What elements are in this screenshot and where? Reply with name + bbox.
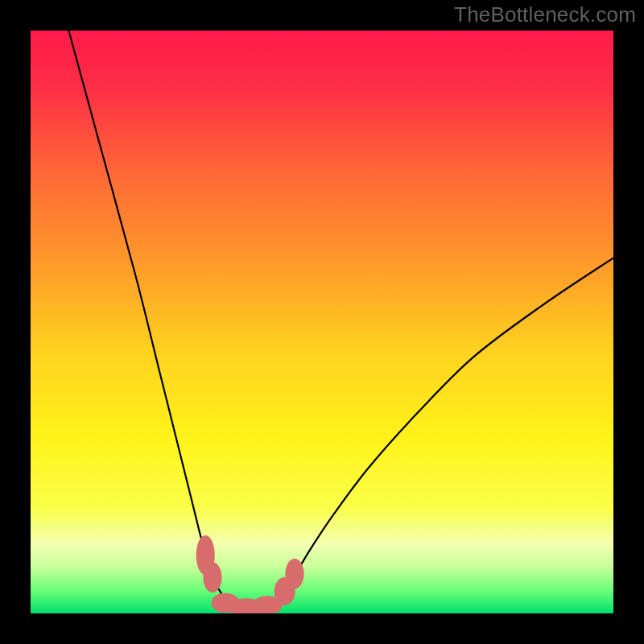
plot-area — [31, 31, 613, 613]
chart-svg — [31, 31, 613, 613]
watermark-text: TheBottleneck.com — [454, 2, 636, 27]
bottleneck-marker — [203, 562, 221, 592]
gradient-background — [31, 31, 613, 613]
chart-frame: TheBottleneck.com — [0, 0, 644, 644]
bottleneck-marker — [285, 559, 303, 589]
